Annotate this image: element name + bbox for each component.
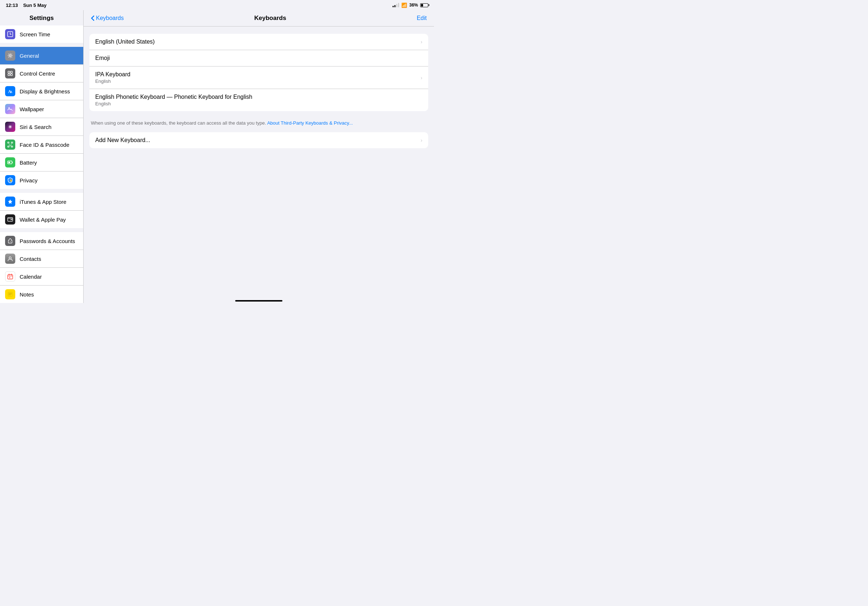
signal-icon [392,3,399,7]
notes-icon [5,289,15,299]
keyboard-row-ipa-content: IPA Keyboard English [95,71,130,84]
svg-text:A: A [10,90,12,94]
add-keyboard-content: Add New Keyboard... [95,137,150,144]
detail-panel: Keyboards Keyboards Edit English (United… [84,10,434,303]
privacy-icon: ✋ [5,175,15,185]
battery-icon [420,3,428,7]
svg-text:5: 5 [9,277,11,279]
battery-sidebar-icon [5,157,15,167]
sidebar-item-battery[interactable]: Battery [0,154,83,172]
sidebar-group-1: Screen Time [0,25,83,43]
svg-rect-13 [8,142,9,143]
battery-percent: 36% [409,3,418,8]
detail-content: English (United States) › Emoji IPA Keyb… [84,26,434,298]
sidebar-item-siri[interactable]: Siri & Search [0,118,83,136]
sidebar-item-wallpaper[interactable]: Wallpaper [0,100,83,118]
sidebar-item-passwords[interactable]: Passwords & Accounts [0,232,83,250]
sidebar-item-label-appstore: iTunes & App Store [20,199,67,205]
keyboard-subtitle-phonetic: English [95,101,252,107]
sidebar-item-wallet[interactable]: Wallet & Apple Pay [0,211,83,228]
face-id-icon [5,139,15,150]
add-keyboard-group: Add New Keyboard... › [90,132,428,148]
svg-point-12 [9,126,11,128]
sidebar-item-control-centre[interactable]: Control Centre [0,65,83,82]
keyboards-group: English (United States) › Emoji IPA Keyb… [90,34,428,111]
keyboard-subtitle-ipa: English [95,79,130,84]
svg-point-26 [10,241,11,242]
back-chevron-icon [91,15,95,21]
sidebar-item-calendar[interactable]: 5 Calendar [0,268,83,286]
screen-time-icon [5,29,15,39]
general-icon [5,51,15,61]
sidebar-item-general[interactable]: General [0,47,83,65]
sidebar-section-1: Screen Time [0,25,83,43]
keyboard-title-ipa: IPA Keyboard [95,71,130,78]
home-bar [235,300,282,301]
sidebar-item-screen-time[interactable]: Screen Time [0,25,83,43]
keyboard-row-english[interactable]: English (United States) › [90,34,428,50]
sidebar-gap-2 [0,189,83,193]
svg-rect-16 [11,146,13,147]
svg-rect-6 [8,74,10,76]
sidebar-item-label-faceid: Face ID & Passcode [20,142,70,148]
svg-rect-4 [8,71,10,73]
sidebar-title: Settings [0,10,83,25]
third-party-link[interactable]: About Third-Party Keyboards & Privacy... [267,120,353,126]
sidebar-item-face-id[interactable]: Face ID & Passcode [0,136,83,154]
sidebar-section-2: General Control Centre AA Display & Brig… [0,47,83,189]
detail-header: Keyboards Keyboards Edit [84,10,434,26]
control-centre-icon [5,68,15,79]
sidebar-item-notes[interactable]: Notes [0,286,83,303]
sidebar-section-3: iTunes & App Store Wallet & Apple Pay [0,193,83,228]
svg-rect-14 [11,142,13,143]
svg-point-27 [9,257,11,259]
sidebar-item-label-notes: Notes [20,291,34,298]
sidebar-section-4: Passwords & Accounts Contacts 5 Calendar [0,232,83,303]
sidebar-item-label-general: General [20,53,39,59]
sidebar-item-label-calendar: Calendar [20,274,42,280]
svg-rect-7 [11,74,12,76]
sidebar-item-display[interactable]: AA Display & Brightness [0,82,83,100]
sidebar-gap-1 [0,43,83,47]
keyboard-row-emoji[interactable]: Emoji [90,50,428,66]
passwords-icon [5,236,15,246]
svg-point-3 [9,55,11,57]
display-icon: AA [5,86,15,96]
status-bar: 12:13 Sun 5 May 📶 36% [0,0,434,10]
svg-point-17 [9,144,10,145]
sidebar-item-label-cc: Control Centre [20,71,55,77]
wallet-icon [5,214,15,224]
sidebar-item-label-wallpaper: Wallpaper [20,106,44,112]
back-label: Keyboards [96,15,124,22]
sidebar-item-label-passwords: Passwords & Accounts [20,238,75,244]
svg-rect-20 [12,162,13,163]
keyboard-row-phonetic[interactable]: English Phonetic Keyboard — Phonetic Key… [90,89,428,111]
keyboard-title-phonetic: English Phonetic Keyboard — Phonetic Key… [95,94,252,100]
sidebar-gap-3 [0,228,83,232]
keyboard-title-english: English (United States) [95,39,155,45]
edit-button[interactable]: Edit [417,15,427,22]
sidebar-item-privacy[interactable]: ✋ Privacy [0,172,83,189]
sidebar-item-contacts[interactable]: Contacts [0,250,83,268]
svg-rect-5 [11,71,12,73]
svg-text:✋: ✋ [9,179,13,182]
sidebar-item-label-wallet: Wallet & Apple Pay [20,216,66,223]
back-button[interactable]: Keyboards [91,15,124,22]
contacts-icon [5,254,15,264]
keyboard-row-ipa[interactable]: IPA Keyboard English › [90,66,428,89]
sidebar-item-label-display: Display & Brightness [20,88,70,94]
sidebar: Settings Screen Time General [0,10,84,303]
appstore-icon [5,196,15,207]
sidebar-item-label: Screen Time [20,31,50,37]
sidebar-group-3: iTunes & App Store Wallet & Apple Pay [0,193,83,228]
svg-rect-21 [8,162,10,163]
chevron-right-icon-ipa: › [420,75,422,80]
calendar-icon: 5 [5,271,15,281]
sidebar-group-2: General Control Centre AA Display & Brig… [0,47,83,189]
detail-title: Keyboards [254,14,287,22]
sidebar-item-label-siri: Siri & Search [20,124,52,130]
sidebar-item-appstore[interactable]: iTunes & App Store [0,193,83,211]
home-indicator [84,298,434,303]
siri-icon [5,122,15,132]
add-keyboard-row[interactable]: Add New Keyboard... › [90,132,428,148]
